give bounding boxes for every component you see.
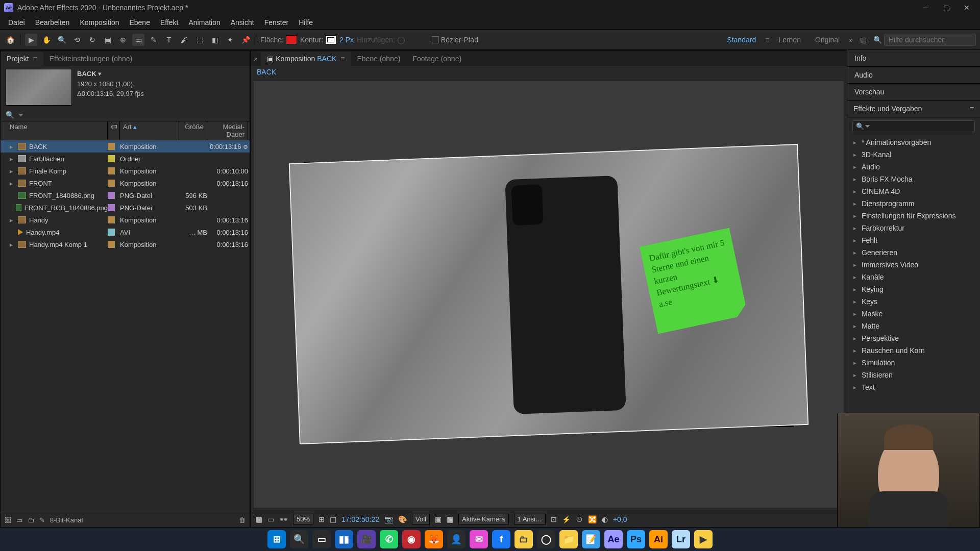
new-comp-icon[interactable]: ▭ [16, 516, 22, 524]
comp-tab[interactable]: ▣ Komposition BACK ≡ [261, 52, 351, 66]
snapshot-icon[interactable]: 📷 [384, 515, 393, 523]
dropdown-icon[interactable]: ▾ [98, 70, 102, 78]
stroke-width[interactable]: 2 Px [339, 36, 354, 44]
layer-tab[interactable]: Ebene (ohne) [351, 52, 407, 66]
grid-icon[interactable]: ⊞ [318, 515, 325, 523]
zoom-dropdown[interactable]: 50% [293, 514, 313, 524]
effect-category[interactable]: ▸Audio [847, 161, 980, 173]
workspace-original[interactable]: Original [810, 34, 845, 46]
menu-layer[interactable]: Ebene [124, 16, 155, 29]
viewport[interactable]: Dafür gibt's von mir 5 Sterne und einen … [254, 81, 844, 508]
selection-tool[interactable]: ▶ [25, 34, 37, 46]
menu-edit[interactable]: Bearbeiten [30, 16, 75, 29]
color-icon[interactable]: 🎨 [398, 515, 407, 523]
adjustment-icon[interactable]: ✎ [39, 516, 45, 524]
effect-category[interactable]: ▸Maske [847, 308, 980, 320]
project-row[interactable]: ▸FarbflächenOrdner [1, 153, 250, 165]
hand-tool[interactable]: ✋ [40, 34, 53, 46]
project-row[interactable]: ▸BACKKomposition0:00:13:16 ⚙ [1, 140, 250, 153]
menu-composition[interactable]: Komposition [75, 16, 124, 29]
trash-icon[interactable]: 🗑 [239, 516, 246, 524]
taskbar-app[interactable]: ◯ [537, 530, 555, 548]
effect-category[interactable]: ▸Rauschen und Korn [847, 344, 980, 357]
effect-category[interactable]: ▸Immersives Video [847, 259, 980, 271]
workspace-menu-icon[interactable]: ≡ [765, 36, 769, 44]
roi-icon[interactable]: ▣ [435, 515, 442, 523]
col-tag[interactable]: 🏷 [108, 121, 120, 140]
taskbar-app[interactable]: 🎥 [357, 530, 376, 548]
taskbar-app[interactable]: ✉ [470, 530, 488, 548]
text-tool[interactable]: T [163, 34, 175, 46]
menu-effect[interactable]: Effekt [155, 16, 184, 29]
alpha-icon[interactable]: ▦ [256, 515, 262, 523]
close-button[interactable]: ✕ [958, 1, 976, 15]
taskbar-app[interactable]: ⊞ [267, 530, 286, 548]
project-row[interactable]: FRONT_1840886.pngPNG-Datei596 KB [1, 189, 250, 202]
effect-category[interactable]: ▸Text [847, 381, 980, 393]
brush-tool[interactable]: 🖌 [178, 34, 190, 46]
effect-category[interactable]: ▸Perspektive [847, 332, 980, 344]
close-tab-icon[interactable]: × [251, 53, 261, 66]
taskbar-app[interactable]: ◉ [402, 530, 421, 548]
project-row[interactable]: FRONT_RGB_1840886.pngPNG-Datei503 KB [1, 202, 250, 214]
project-row[interactable]: Handy.mp4AVI… MB0:00:13:16 [1, 226, 250, 238]
channel-icon[interactable]: ▭ [267, 515, 274, 523]
taskbar-app[interactable]: Ae [604, 530, 623, 548]
exposure-value[interactable]: +0,0 [613, 515, 627, 523]
col-duration[interactable]: Medial-Dauer [207, 121, 248, 140]
col-type[interactable]: Art ▴ [120, 121, 179, 140]
footage-tab[interactable]: Footage (ohne) [406, 52, 468, 66]
eraser-tool[interactable]: ◧ [209, 34, 221, 46]
panel-menu-icon[interactable]: ≡ [33, 55, 37, 63]
workspace-learn[interactable]: Lernen [773, 34, 806, 46]
taskbar-app[interactable]: f [492, 530, 510, 548]
col-size[interactable]: Größe [179, 121, 207, 140]
pen-tool[interactable]: ✎ [148, 34, 160, 46]
preview-panel-tab[interactable]: Vorschau [847, 84, 980, 101]
pixel-icon[interactable]: ⊡ [551, 515, 557, 523]
menu-file[interactable]: Datei [3, 16, 30, 29]
effects-search[interactable]: 🔍⏷ [852, 120, 975, 132]
taskbar-app[interactable]: ✆ [380, 530, 398, 548]
taskbar-app[interactable]: Ai [649, 530, 668, 548]
interpret-icon[interactable]: 🖼 [5, 516, 11, 524]
project-row[interactable]: ▸Finale KompKomposition0:00:10:00 [1, 165, 250, 177]
taskbar-app[interactable]: Lr [672, 530, 690, 548]
home-tool[interactable]: 🏠 [4, 34, 16, 46]
taskbar-app[interactable]: 🦊 [425, 530, 443, 548]
effect-category[interactable]: ▸Simulation [847, 357, 980, 369]
effect-category[interactable]: ▸* Animationsvorgaben [847, 136, 980, 148]
project-row[interactable]: ▸HandyKomposition0:00:13:16 [1, 214, 250, 226]
effect-category[interactable]: ▸Stilisieren [847, 369, 980, 381]
guides-icon[interactable]: ◫ [330, 515, 336, 523]
menu-help[interactable]: Hilfe [293, 16, 318, 29]
project-tab[interactable]: Projekt≡ [1, 52, 43, 66]
minimize-button[interactable]: ─ [917, 1, 935, 15]
timeline-icon[interactable]: ⏲ [576, 515, 583, 523]
taskbar-app[interactable]: ▮▮ [335, 530, 353, 548]
clone-tool[interactable]: ⬚ [193, 34, 206, 46]
menu-window[interactable]: Fenster [259, 16, 293, 29]
roto-tool[interactable]: ✦ [224, 34, 236, 46]
puppet-tool[interactable]: 📌 [239, 34, 252, 46]
effect-category[interactable]: ▸Keying [847, 283, 980, 295]
effect-category[interactable]: ▸CINEMA 4D [847, 185, 980, 197]
stroke-swatch[interactable] [325, 35, 336, 44]
taskbar-app[interactable]: ▶ [694, 530, 713, 548]
workspace-overflow-icon[interactable]: » [849, 36, 853, 44]
taskbar-app[interactable]: 🗀 [514, 530, 533, 548]
workspace-grid-icon[interactable]: ▦ [857, 34, 869, 46]
effect-category[interactable]: ▸Matte [847, 320, 980, 332]
effect-category[interactable]: ▸Boris FX Mocha [847, 173, 980, 185]
rotate-tool[interactable]: ↻ [86, 34, 99, 46]
effect-category[interactable]: ▸Farbkorrektur [847, 222, 980, 234]
effect-category[interactable]: ▸Keys [847, 295, 980, 308]
info-panel-tab[interactable]: Info [847, 50, 980, 67]
anchor-tool[interactable]: ⊕ [117, 34, 129, 46]
orbit-tool[interactable]: ⟲ [71, 34, 83, 46]
fast-preview-icon[interactable]: ⚡ [562, 515, 571, 523]
exposure-reset-icon[interactable]: ◐ [602, 515, 608, 523]
effect-category[interactable]: ▸Fehlt [847, 234, 980, 246]
comp-breadcrumb[interactable]: BACK [251, 66, 847, 78]
views-dropdown[interactable]: 1 Ansi… [514, 514, 546, 524]
